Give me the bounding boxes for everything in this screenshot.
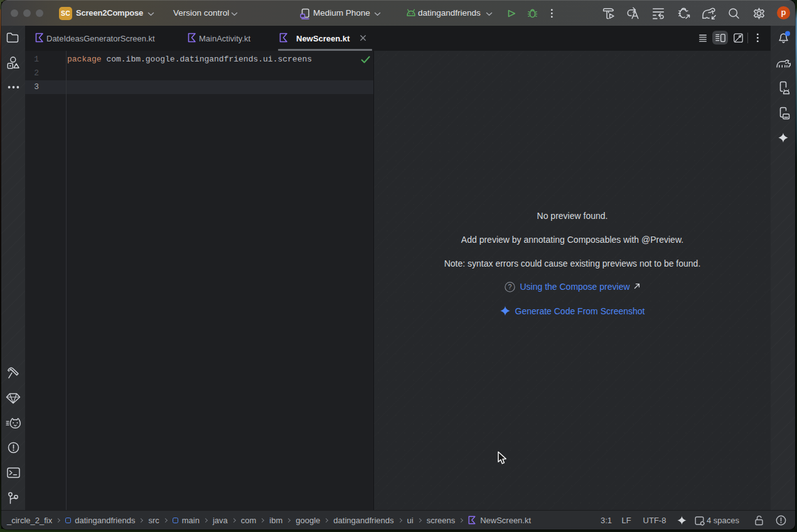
svg-text:?: ? [508, 283, 512, 290]
